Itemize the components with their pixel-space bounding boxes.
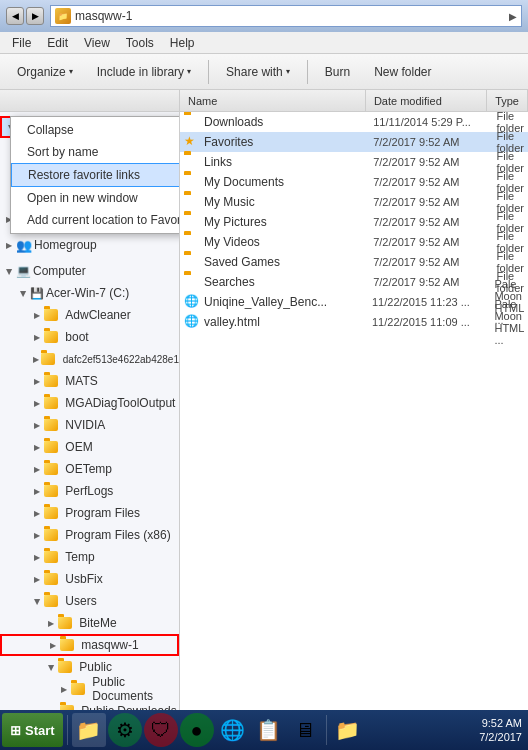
taskbar-sep-1 bbox=[67, 715, 68, 745]
table-row-mydocs[interactable]: My Documents 7/2/2017 9:52 AM File folde… bbox=[180, 172, 528, 192]
sidebar-item-nvidia[interactable]: ▶ NVIDIA bbox=[0, 414, 179, 436]
table-row-favorites[interactable]: ★ Favorites 7/2/2017 9:52 AM File folder bbox=[180, 132, 528, 152]
sidebar-item-adwcleaner[interactable]: ▶ AdwCleaner bbox=[0, 304, 179, 326]
ctx-restore[interactable]: Restore favorite links bbox=[11, 163, 180, 187]
organize-button[interactable]: Organize▾ bbox=[6, 58, 84, 86]
burn-button[interactable]: Burn bbox=[314, 58, 361, 86]
file-date-mypictures: 7/2/2017 9:52 AM bbox=[373, 216, 492, 228]
start-button[interactable]: ⊞ Start bbox=[2, 713, 63, 747]
sidebar-item-programfiles-x86[interactable]: ▶ Program Files (x86) bbox=[0, 524, 179, 546]
table-row-valley[interactable]: 🌐 valley.html 11/22/2015 11:09 ... Pale … bbox=[180, 312, 528, 332]
ctx-add-to-favorites[interactable]: Add current location to Favorites bbox=[11, 209, 180, 231]
taskbar-icon-3[interactable]: ● bbox=[180, 713, 214, 747]
folder-icon bbox=[44, 309, 58, 321]
menu-tools[interactable]: Tools bbox=[118, 34, 162, 52]
col-header-type[interactable]: Type bbox=[487, 90, 528, 111]
col-header-name[interactable]: Name bbox=[180, 90, 366, 111]
ctx-open-new-window[interactable]: Open in new window bbox=[11, 187, 180, 209]
sidebar-item-dafc[interactable]: ▶ dafc2ef513e4622ab428e1 bbox=[0, 348, 179, 370]
menu-help[interactable]: Help bbox=[162, 34, 203, 52]
include-in-library-button[interactable]: Include in library▾ bbox=[86, 58, 202, 86]
sidebar-item-public-docs[interactable]: ▶ Public Documents bbox=[0, 678, 179, 700]
folder-label-3: dafc2ef513e4622ab428e1 bbox=[63, 354, 179, 365]
taskbar-icon-explorer[interactable]: 📁 bbox=[72, 713, 106, 747]
start-label: Start bbox=[25, 723, 55, 738]
folder-icon-9 bbox=[44, 485, 58, 497]
taskbar-icon-5[interactable]: 📋 bbox=[252, 713, 286, 747]
share-with-button[interactable]: Share with▾ bbox=[215, 58, 301, 86]
folder-arrow-9: ▶ bbox=[32, 487, 42, 496]
file-name-uniqine: Uniqine_Valley_Benc... bbox=[204, 295, 368, 309]
file-name-mypictures: My Pictures bbox=[204, 215, 369, 229]
taskbar-icon-2[interactable]: 🛡 bbox=[144, 713, 178, 747]
address-arrow[interactable]: ▶ bbox=[509, 11, 517, 22]
address-path[interactable]: masqww-1 bbox=[75, 9, 505, 23]
ctx-collapse[interactable]: Collapse bbox=[11, 119, 180, 141]
taskbar-icon-6[interactable]: 🖥 bbox=[288, 713, 322, 747]
table-row-mypictures[interactable]: My Pictures 7/2/2017 9:52 AM File folder bbox=[180, 212, 528, 232]
folder-arrow-5: ▶ bbox=[32, 399, 42, 408]
folder-arrow-10: ▶ bbox=[32, 509, 42, 518]
sidebar-item-homegroup[interactable]: ▶ 👥 Homegroup bbox=[0, 234, 179, 256]
file-date-savedgames: 7/2/2017 9:52 AM bbox=[373, 256, 492, 268]
folder-label-4: MATS bbox=[65, 374, 97, 388]
file-date-mydocs: 7/2/2017 9:52 AM bbox=[373, 176, 492, 188]
file-date-valley: 11/22/2015 11:09 ... bbox=[372, 316, 490, 328]
sidebar-item-oetemp[interactable]: ▶ OETemp bbox=[0, 458, 179, 480]
sidebar-item-mgadiag[interactable]: ▶ MGADiagToolOutput bbox=[0, 392, 179, 414]
table-row-savedgames[interactable]: Saved Games 7/2/2017 9:52 AM File folder bbox=[180, 252, 528, 272]
file-date-uniqine: 11/22/2015 11:23 ... bbox=[372, 296, 490, 308]
col-header-date[interactable]: Date modified bbox=[366, 90, 487, 111]
table-row-links[interactable]: Links 7/2/2017 9:52 AM File folder bbox=[180, 152, 528, 172]
users-label: Users bbox=[65, 594, 96, 608]
new-folder-button[interactable]: New folder bbox=[363, 58, 442, 86]
folder-arrow-3: ▶ bbox=[32, 355, 39, 364]
sidebar-item-boot[interactable]: ▶ boot bbox=[0, 326, 179, 348]
html-file-icon-2: 🌐 bbox=[184, 314, 199, 328]
menu-file[interactable]: File bbox=[4, 34, 39, 52]
sidebar-item-computer[interactable]: ▶ 💻 Computer bbox=[0, 260, 179, 282]
address-bar[interactable]: 📁 masqww-1 ▶ bbox=[50, 5, 522, 27]
sidebar-item-usbfix[interactable]: ▶ UsbFix bbox=[0, 568, 179, 590]
sidebar-item-users[interactable]: ▶ Users bbox=[0, 590, 179, 612]
sidebar-item-programfiles[interactable]: ▶ Program Files bbox=[0, 502, 179, 524]
sidebar-item-mats[interactable]: ▶ MATS bbox=[0, 370, 179, 392]
file-date-searches: 7/2/2017 9:52 AM bbox=[373, 276, 492, 288]
sidebar-item-drive-c[interactable]: ▶ 💾 Acer-Win-7 (C:) bbox=[0, 282, 179, 304]
folder-arrow: ▶ bbox=[32, 311, 42, 320]
taskbar-icon-4[interactable]: 🌐 bbox=[216, 713, 250, 747]
sidebar-item-oem[interactable]: ▶ OEM bbox=[0, 436, 179, 458]
file-name-myvideos: My Videos bbox=[204, 235, 369, 249]
table-row[interactable]: Downloads 11/11/2014 5:29 P... File fold… bbox=[180, 112, 528, 132]
file-name-searches: Searches bbox=[204, 275, 369, 289]
computer-icon: 💻 bbox=[16, 264, 31, 278]
forward-button[interactable]: ▶ bbox=[26, 7, 44, 25]
biteme-arrow: ▶ bbox=[46, 619, 56, 628]
taskbar-icon-7[interactable]: 📁 bbox=[331, 713, 365, 747]
file-name-valley: valley.html bbox=[204, 315, 368, 329]
folder-icon-11 bbox=[44, 529, 58, 541]
folder-icon-12 bbox=[44, 551, 58, 563]
folder-label-12: Temp bbox=[65, 550, 94, 564]
back-button[interactable]: ◀ bbox=[6, 7, 24, 25]
computer-label: Computer bbox=[33, 264, 86, 278]
taskbar-icon-1[interactable]: ⚙ bbox=[108, 713, 142, 747]
menu-bar: File Edit View Tools Help bbox=[0, 32, 528, 54]
table-row-mymusic[interactable]: My Music 7/2/2017 9:52 AM File folder bbox=[180, 192, 528, 212]
window-controls[interactable]: ◀ ▶ bbox=[6, 7, 44, 25]
folder-icon-8 bbox=[44, 463, 58, 475]
sidebar-item-perflogs[interactable]: ▶ PerfLogs bbox=[0, 480, 179, 502]
sidebar-item-temp[interactable]: ▶ Temp bbox=[0, 546, 179, 568]
file-name: Downloads bbox=[204, 115, 369, 129]
table-row-myvideos[interactable]: My Videos 7/2/2017 9:52 AM File folder bbox=[180, 232, 528, 252]
ctx-sort[interactable]: Sort by name bbox=[11, 141, 180, 163]
sidebar-item-biteme[interactable]: ▶ BiteMe bbox=[0, 612, 179, 634]
table-row-uniqine[interactable]: 🌐 Uniqine_Valley_Benc... 11/22/2015 11:2… bbox=[180, 292, 528, 312]
table-row-searches[interactable]: Searches 7/2/2017 9:52 AM File folder bbox=[180, 272, 528, 292]
start-orb: ⊞ bbox=[10, 723, 21, 738]
folder-arrow-11: ▶ bbox=[32, 531, 42, 540]
menu-view[interactable]: View bbox=[76, 34, 118, 52]
menu-edit[interactable]: Edit bbox=[39, 34, 76, 52]
sidebar-item-masqww1[interactable]: ▶ masqww-1 bbox=[0, 634, 179, 656]
nav-panel: ▶ ★ Favorites Collapse Sort by name Rest… bbox=[0, 112, 180, 720]
